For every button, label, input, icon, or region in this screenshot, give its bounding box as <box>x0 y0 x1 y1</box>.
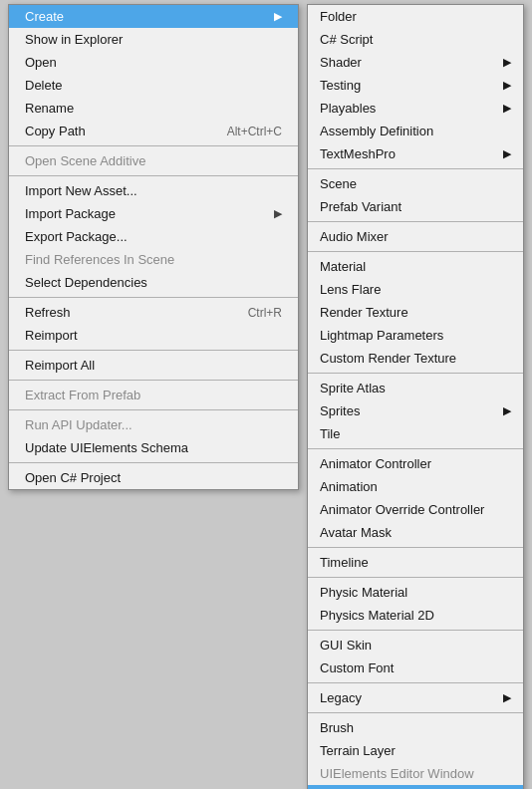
submenu-item-label: Tile <box>320 426 340 441</box>
left-menu-item-open-c--project[interactable]: Open C# Project <box>9 466 298 489</box>
left-menu-item-import-new-asset---[interactable]: Import New Asset... <box>9 179 298 202</box>
menu-separator <box>9 380 298 381</box>
submenu-item-label: Prefab Variant <box>320 199 401 214</box>
submenu-item-label: UIElements Editor Window <box>320 766 474 781</box>
menu-item-shortcut: Alt+Ctrl+C <box>227 125 282 138</box>
menu-item-label: Export Package... <box>25 229 128 244</box>
menu-item-label: Rename <box>25 101 74 116</box>
left-menu-item-export-package---[interactable]: Export Package... <box>9 225 298 248</box>
submenu-arrow-icon: ▶ <box>503 79 511 92</box>
right-menu-item-truesky-sequence[interactable]: trueSKY Sequence <box>308 785 523 789</box>
right-menu-item-audio-mixer[interactable]: Audio Mixer <box>308 225 523 248</box>
right-menu-item-sprite-atlas[interactable]: Sprite Atlas <box>308 377 523 399</box>
menu-item-label: Run API Updater... <box>25 417 133 432</box>
right-menu-item-terrain-layer[interactable]: Terrain Layer <box>308 739 523 762</box>
submenu-item-label: Sprite Atlas <box>320 381 386 395</box>
left-menu-item-rename[interactable]: Rename <box>9 97 298 120</box>
left-menu-item-reimport-all[interactable]: Reimport All <box>9 354 298 377</box>
menu-separator <box>9 145 298 146</box>
right-menu-item-prefab-variant[interactable]: Prefab Variant <box>308 195 523 218</box>
submenu-separator <box>308 168 523 169</box>
menu-item-label: Reimport All <box>25 358 95 373</box>
submenu-arrow-icon: ▶ <box>503 691 511 704</box>
submenu-separator <box>308 577 523 578</box>
left-menu-item-refresh[interactable]: RefreshCtrl+R <box>9 301 298 324</box>
left-context-menu: Create▶Show in ExplorerOpenDeleteRenameC… <box>8 4 299 490</box>
right-menu-item-uielements-editor-window: UIElements Editor Window <box>308 762 523 785</box>
left-menu-item-update-uielements-schema[interactable]: Update UIElements Schema <box>9 436 298 459</box>
menu-item-label: Import Package <box>25 206 116 221</box>
right-menu-item-physics-material-2d[interactable]: Physics Material 2D <box>308 604 523 627</box>
submenu-separator <box>308 448 523 449</box>
menu-item-label: Open Scene Additive <box>25 153 145 168</box>
right-menu-item-avatar-mask[interactable]: Avatar Mask <box>308 521 523 544</box>
left-menu-item-import-package[interactable]: Import Package▶ <box>9 202 298 225</box>
submenu-item-label: C# Script <box>320 32 373 47</box>
right-menu-item-physic-material[interactable]: Physic Material <box>308 581 523 604</box>
menu-item-label: Update UIElements Schema <box>25 440 188 455</box>
left-menu-item-open[interactable]: Open <box>9 51 298 74</box>
submenu-item-label: Scene <box>320 176 357 191</box>
submenu-item-label: Avatar Mask <box>320 525 392 540</box>
left-menu-item-delete[interactable]: Delete <box>9 74 298 97</box>
right-menu-item-c--script[interactable]: C# Script <box>308 28 523 51</box>
right-menu-item-shader[interactable]: Shader▶ <box>308 51 523 74</box>
submenu-item-label: Folder <box>320 9 357 24</box>
menu-item-label: Refresh <box>25 305 71 320</box>
right-menu-item-gui-skin[interactable]: GUI Skin <box>308 634 523 657</box>
right-menu-item-tile[interactable]: Tile <box>308 422 523 445</box>
right-menu-item-animation[interactable]: Animation <box>308 475 523 498</box>
submenu-arrow-icon: ▶ <box>503 404 511 417</box>
left-menu-item-show-in-explorer[interactable]: Show in Explorer <box>9 28 298 51</box>
right-menu-item-lens-flare[interactable]: Lens Flare <box>308 278 523 301</box>
right-menu-item-render-texture[interactable]: Render Texture <box>308 301 523 324</box>
right-menu-item-textmeshpro[interactable]: TextMeshPro▶ <box>308 142 523 165</box>
submenu-item-label: Animator Controller <box>320 456 431 471</box>
submenu-item-label: Animator Override Controller <box>320 502 484 517</box>
submenu-separator <box>308 682 523 683</box>
left-menu-item-copy-path[interactable]: Copy PathAlt+Ctrl+C <box>9 120 298 142</box>
submenu-item-label: GUI Skin <box>320 638 372 653</box>
menu-item-label: Reimport <box>25 328 78 343</box>
right-menu-item-playables[interactable]: Playables▶ <box>308 97 523 120</box>
right-menu-item-legacy[interactable]: Legacy▶ <box>308 686 523 709</box>
submenu-item-label: Custom Render Texture <box>320 351 456 366</box>
right-menu-item-assembly-definition[interactable]: Assembly Definition <box>308 120 523 142</box>
submenu-item-label: Brush <box>320 720 354 735</box>
right-menu-item-custom-render-texture[interactable]: Custom Render Texture <box>308 347 523 370</box>
right-menu-item-scene[interactable]: Scene <box>308 172 523 195</box>
right-menu-item-folder[interactable]: Folder <box>308 5 523 28</box>
right-menu-item-animator-override-controller[interactable]: Animator Override Controller <box>308 498 523 521</box>
submenu-item-label: Lens Flare <box>320 282 381 297</box>
menu-item-label: Extract From Prefab <box>25 388 140 402</box>
submenu-item-label: Custom Font <box>320 660 394 675</box>
left-menu-item-extract-from-prefab: Extract From Prefab <box>9 384 298 406</box>
right-menu-item-lightmap-parameters[interactable]: Lightmap Parameters <box>308 324 523 347</box>
submenu-arrow-icon: ▶ <box>503 102 511 115</box>
submenu-separator <box>308 221 523 222</box>
menu-item-label: Select Dependencies <box>25 275 147 290</box>
right-menu-item-custom-font[interactable]: Custom Font <box>308 657 523 679</box>
submenu-separator <box>308 547 523 548</box>
right-menu-item-sprites[interactable]: Sprites▶ <box>308 399 523 422</box>
submenu-arrow-icon: ▶ <box>274 10 282 23</box>
submenu-item-label: Animation <box>320 479 378 494</box>
right-menu-item-timeline[interactable]: Timeline <box>308 551 523 574</box>
submenu-item-label: Playables <box>320 101 376 116</box>
submenu-item-label: Material <box>320 259 366 274</box>
right-menu-item-testing[interactable]: Testing▶ <box>308 74 523 97</box>
left-menu-item-reimport[interactable]: Reimport <box>9 324 298 347</box>
submenu-item-label: Sprites <box>320 403 360 418</box>
submenu-separator <box>308 373 523 374</box>
left-menu-item-create[interactable]: Create▶ <box>9 5 298 28</box>
submenu-item-label: Lightmap Parameters <box>320 328 443 343</box>
submenu-item-label: Terrain Layer <box>320 743 396 758</box>
right-menu-item-material[interactable]: Material <box>308 255 523 278</box>
submenu-separator <box>308 251 523 252</box>
left-menu-item-select-dependencies[interactable]: Select Dependencies <box>9 271 298 294</box>
submenu-item-label: Legacy <box>320 690 362 705</box>
menu-item-label: Show in Explorer <box>25 32 123 47</box>
right-menu-item-animator-controller[interactable]: Animator Controller <box>308 452 523 475</box>
right-menu-item-brush[interactable]: Brush <box>308 716 523 739</box>
menu-item-label: Open <box>25 55 57 70</box>
